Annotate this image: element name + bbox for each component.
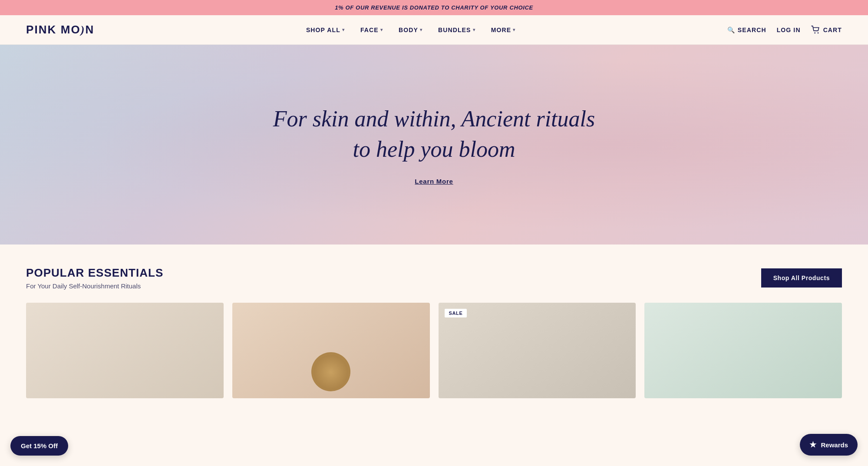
nav-body[interactable]: BODY ▾ [399,26,422,33]
products-section-title: POPULAR ESSENTIALS [26,266,163,280]
nav-more[interactable]: MORE ▾ [491,26,516,33]
svg-point-0 [814,32,815,33]
nav-bundles[interactable]: BUNDLES ▾ [438,26,475,33]
product-card[interactable] [26,303,224,398]
chevron-down-icon: ▾ [380,27,383,32]
chevron-down-icon: ▾ [473,27,475,32]
announcement-bar: 1% OF OUR REVENUE IS DONATED TO CHARITY … [0,0,868,15]
chevron-down-icon: ▾ [513,27,515,32]
product-image: SALE [439,303,636,398]
popular-essentials-section: POPULAR ESSENTIALS For Your Daily Self-N… [0,245,868,416]
products-section-subtitle: For Your Daily Self-Nourishment Rituals [26,282,163,290]
product-card[interactable] [232,303,430,398]
header: PINK MO)N SHOP ALL ▾ FACE ▾ BODY ▾ BUNDL… [0,15,868,45]
chevron-down-icon: ▾ [420,27,422,32]
product-image [644,303,842,398]
products-header: POPULAR ESSENTIALS For Your Daily Self-N… [26,266,842,290]
hero-content: For skin and within, Ancient rituals to … [256,104,612,185]
products-grid: SALE [26,303,842,398]
chevron-down-icon: ▾ [342,27,345,32]
hero-title: For skin and within, Ancient rituals to … [273,104,595,165]
products-title-group: POPULAR ESSENTIALS For Your Daily Self-N… [26,266,163,290]
logo-moon: ) [81,23,86,36]
product-image [232,303,430,398]
search-button[interactable]: 🔍 SEARCH [727,26,766,33]
sale-badge: SALE [445,309,467,317]
hero-section: For skin and within, Ancient rituals to … [0,45,868,245]
shop-all-products-button[interactable]: Shop All Products [761,268,842,288]
cart-button[interactable]: CART [811,26,842,34]
product-image [26,303,224,398]
product-card[interactable]: SALE [439,303,636,398]
announcement-text: 1% OF OUR REVENUE IS DONATED TO CHARITY … [335,4,533,11]
logo[interactable]: PINK MO)N [26,23,94,36]
header-actions: 🔍 SEARCH LOG IN CART [727,26,842,34]
product-card[interactable] [644,303,842,398]
nav-shop-all[interactable]: SHOP ALL ▾ [306,26,345,33]
hero-learn-more-link[interactable]: Learn More [415,178,453,185]
cart-icon [811,26,821,34]
main-nav: SHOP ALL ▾ FACE ▾ BODY ▾ BUNDLES ▾ MORE … [306,26,515,33]
nav-face[interactable]: FACE ▾ [360,26,383,33]
search-icon: 🔍 [727,26,735,33]
login-button[interactable]: LOG IN [777,26,801,33]
svg-point-1 [817,32,818,33]
